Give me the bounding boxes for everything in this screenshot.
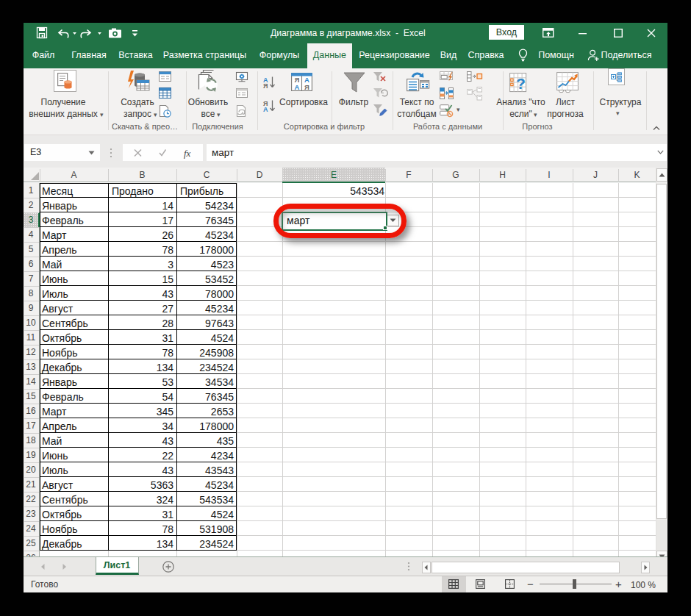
svg-text:А: А	[263, 106, 268, 113]
svg-text:?: ?	[516, 75, 526, 92]
svg-text:Я: Я	[263, 82, 268, 90]
svg-text:Я: Я	[304, 83, 309, 91]
svg-text:А: А	[295, 83, 300, 91]
svg-text:fx: fx	[184, 148, 191, 159]
